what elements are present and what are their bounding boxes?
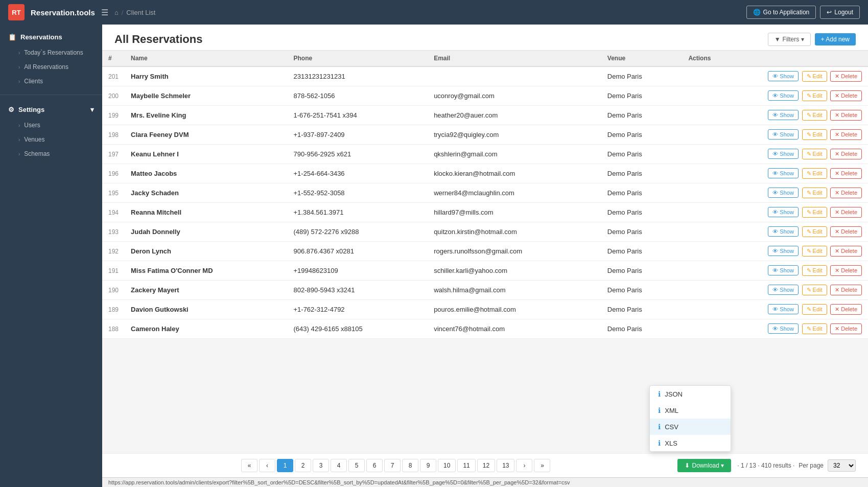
- edit-button[interactable]: ✎ Edit: [802, 168, 827, 179]
- cell-phone: 23131231231231: [287, 66, 428, 86]
- edit-button[interactable]: ✎ Edit: [802, 149, 827, 159]
- delete-button[interactable]: ✕ Delete: [830, 168, 862, 179]
- delete-button[interactable]: ✕ Delete: [830, 71, 862, 82]
- edit-button[interactable]: ✎ Edit: [802, 304, 827, 315]
- page-button-2[interactable]: 2: [295, 459, 311, 472]
- page-button-8[interactable]: 8: [402, 459, 418, 472]
- delete-button[interactable]: ✕ Delete: [830, 246, 862, 257]
- cell-venue: Demo Paris: [601, 203, 683, 222]
- edit-button[interactable]: ✎ Edit: [802, 188, 827, 198]
- show-button[interactable]: 👁 Show: [768, 90, 799, 101]
- page-button-9[interactable]: 9: [420, 459, 436, 472]
- cell-name: Miss Fatima O'Conner MD: [125, 261, 287, 281]
- edit-button[interactable]: ✎ Edit: [802, 265, 827, 276]
- show-button[interactable]: 👁 Show: [768, 304, 799, 314]
- edit-button[interactable]: ✎ Edit: [802, 90, 827, 101]
- page-button-10[interactable]: 10: [438, 459, 456, 472]
- sidebar-item-clients[interactable]: › Clients: [0, 74, 102, 88]
- show-button[interactable]: 👁 Show: [768, 71, 799, 81]
- add-new-button[interactable]: + Add new: [815, 33, 856, 45]
- next-page-button[interactable]: ›: [516, 459, 532, 472]
- cell-actions: 👁 Show ✎ Edit ✕ Delete: [682, 164, 868, 183]
- show-button[interactable]: 👁 Show: [768, 265, 799, 275]
- per-page-select[interactable]: 163264128: [828, 459, 856, 472]
- download-option-json[interactable]: ℹJSON: [650, 386, 731, 402]
- download-option-xml[interactable]: ℹXML: [650, 402, 731, 419]
- edit-button[interactable]: ✎ Edit: [802, 110, 827, 121]
- settings-arrow-icon: ▾: [90, 106, 94, 113]
- cell-name: Harry Smith: [125, 66, 287, 86]
- last-page-button[interactable]: »: [534, 459, 550, 472]
- format-icon: ℹ: [658, 423, 661, 431]
- edit-button[interactable]: ✎ Edit: [802, 226, 827, 237]
- logout-button[interactable]: ↩ Logout: [820, 6, 860, 19]
- page-info: · 1 / 13 · 410 results · Per page 163264…: [737, 459, 856, 472]
- download-option-xls[interactable]: ℹXLS: [650, 435, 731, 451]
- delete-button[interactable]: ✕ Delete: [830, 265, 862, 276]
- download-option-csv[interactable]: ℹCSV: [650, 419, 731, 435]
- show-button[interactable]: 👁 Show: [768, 226, 799, 237]
- cell-venue: Demo Paris: [601, 300, 683, 319]
- download-button[interactable]: ⬇ Download ▾: [677, 459, 732, 472]
- page-button-4[interactable]: 4: [331, 459, 347, 472]
- show-button[interactable]: 👁 Show: [768, 207, 799, 217]
- cell-name: Zackery Mayert: [125, 281, 287, 300]
- page-button-11[interactable]: 11: [457, 459, 475, 472]
- cell-name: Davion Gutkowski: [125, 300, 287, 319]
- delete-button[interactable]: ✕ Delete: [830, 285, 862, 295]
- cell-phone: (489) 572-2276 x9288: [287, 222, 428, 242]
- show-button[interactable]: 👁 Show: [768, 129, 799, 140]
- col-phone: Phone: [287, 51, 428, 66]
- show-button[interactable]: 👁 Show: [768, 188, 799, 198]
- show-button[interactable]: 👁 Show: [768, 246, 799, 256]
- delete-button[interactable]: ✕ Delete: [830, 323, 862, 334]
- edit-button[interactable]: ✎ Edit: [802, 207, 827, 218]
- filters-button[interactable]: ▼ Filters ▾: [768, 33, 811, 46]
- first-page-button[interactable]: «: [241, 459, 257, 472]
- format-icon: ℹ: [658, 390, 661, 398]
- edit-button[interactable]: ✎ Edit: [802, 285, 827, 295]
- show-button[interactable]: 👁 Show: [768, 285, 799, 295]
- edit-button[interactable]: ✎ Edit: [802, 323, 827, 334]
- show-button[interactable]: 👁 Show: [768, 323, 799, 334]
- edit-button[interactable]: ✎ Edit: [802, 129, 827, 140]
- delete-button[interactable]: ✕ Delete: [830, 129, 862, 140]
- table-row: 201 Harry Smith 23131231231231 Demo Pari…: [102, 66, 868, 86]
- cell-name: Keanu Lehner I: [125, 145, 287, 164]
- sidebar-item-all-reservations[interactable]: › All Reservations: [0, 60, 102, 74]
- page-button-7[interactable]: 7: [384, 459, 401, 472]
- prev-page-button[interactable]: ‹: [259, 459, 275, 472]
- delete-button[interactable]: ✕ Delete: [830, 304, 862, 315]
- page-button-12[interactable]: 12: [477, 459, 495, 472]
- delete-button[interactable]: ✕ Delete: [830, 226, 862, 237]
- page-button-3[interactable]: 3: [313, 459, 329, 472]
- home-icon[interactable]: ⌂: [114, 9, 119, 16]
- sidebar-item-todays-reservations[interactable]: › Today`s Reservations: [0, 45, 102, 60]
- delete-button[interactable]: ✕ Delete: [830, 110, 862, 121]
- page-button-13[interactable]: 13: [497, 459, 514, 472]
- sidebar-settings-header[interactable]: ⚙ Settings ▾: [0, 101, 102, 118]
- go-to-application-button[interactable]: 🌐 Go to Application: [746, 6, 816, 19]
- sidebar-item-schemas[interactable]: › Schemas: [0, 147, 102, 161]
- edit-button[interactable]: ✎ Edit: [802, 71, 827, 82]
- cell-id: 199: [102, 106, 125, 125]
- delete-button[interactable]: ✕ Delete: [830, 207, 862, 218]
- page-button-1[interactable]: 1: [277, 459, 293, 472]
- cell-venue: Demo Paris: [601, 261, 683, 281]
- page-button-5[interactable]: 5: [348, 459, 365, 472]
- delete-button[interactable]: ✕ Delete: [830, 149, 862, 159]
- sidebar-item-users[interactable]: › Users: [0, 118, 102, 132]
- cell-id: 192: [102, 242, 125, 261]
- show-button[interactable]: 👁 Show: [768, 149, 799, 159]
- hamburger-icon[interactable]: ☰: [101, 8, 108, 17]
- sidebar-reservations-header[interactable]: 📋 Reservations: [0, 29, 102, 45]
- show-button[interactable]: 👁 Show: [768, 168, 799, 178]
- sidebar-item-venues[interactable]: › Venues: [0, 132, 102, 147]
- breadcrumb: ⌂ / Client List: [114, 9, 156, 16]
- delete-button[interactable]: ✕ Delete: [830, 90, 862, 101]
- cell-phone: 878-562-1056: [287, 86, 428, 106]
- delete-button[interactable]: ✕ Delete: [830, 188, 862, 198]
- show-button[interactable]: 👁 Show: [768, 110, 799, 120]
- page-button-6[interactable]: 6: [366, 459, 383, 472]
- edit-button[interactable]: ✎ Edit: [802, 246, 827, 257]
